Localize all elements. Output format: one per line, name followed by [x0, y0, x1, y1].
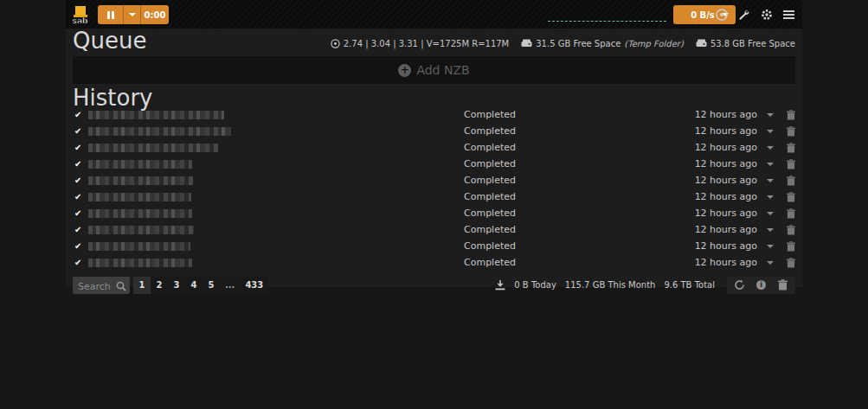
row-delete-button[interactable] [783, 225, 795, 235]
trash-icon [787, 258, 795, 268]
job-name-redacted [88, 226, 464, 234]
pause-timer[interactable]: 0:00 [141, 5, 169, 24]
status-button[interactable] [737, 8, 750, 21]
chevron-down-icon [767, 245, 774, 248]
row-delete-button[interactable] [783, 110, 795, 120]
info-circle-icon: i [756, 280, 766, 290]
history-row[interactable]: ✔Completed12 hours ago [66, 254, 802, 271]
history-row[interactable]: ✔Completed12 hours ago [66, 123, 802, 139]
history-actions: i [727, 277, 795, 294]
job-name-redacted [88, 259, 464, 267]
trash-icon [787, 110, 795, 120]
pause-button[interactable] [98, 5, 124, 24]
settings-button[interactable] [760, 8, 773, 21]
sabnzbd-logo[interactable]: sab [69, 4, 90, 25]
complete-free-space: 53.8 GB Free Space [696, 39, 795, 48]
row-delete-button[interactable] [783, 192, 795, 202]
row-dropdown-button[interactable] [757, 212, 783, 215]
plus-circle-icon [716, 9, 728, 21]
stat-today: 0 B Today [514, 280, 556, 290]
history-row[interactable]: ✔Completed12 hours ago [66, 106, 802, 123]
row-delete-button[interactable] [783, 143, 795, 153]
history-row[interactable]: ✔Completed12 hours ago [66, 156, 802, 172]
svg-text:sab: sab [73, 16, 88, 25]
row-delete-button[interactable] [783, 126, 795, 137]
page-button-3[interactable]: 3 [168, 277, 185, 294]
trash-icon [787, 192, 795, 202]
check-icon: ✔ [74, 127, 88, 136]
job-time: 12 hours ago [675, 240, 757, 252]
history-search [73, 277, 130, 294]
speed-graph-line [548, 21, 666, 22]
add-nzb-dropzone[interactable]: + Add NZB [73, 56, 795, 84]
history-row[interactable]: ✔Completed12 hours ago [66, 205, 802, 221]
pause-control-group: 0:00 [98, 5, 169, 24]
row-dropdown-button[interactable] [757, 245, 783, 248]
job-status: Completed [464, 208, 675, 219]
chevron-down-icon [767, 195, 774, 199]
job-time: 12 hours ago [675, 175, 757, 186]
job-status: Completed [464, 125, 675, 137]
row-dropdown-button[interactable] [757, 146, 783, 150]
history-row[interactable]: ✔Completed12 hours ago [66, 139, 802, 156]
stats-bar: 2.74 | 3.04 | 3.31 | V=1725M R=117M 31.5… [331, 39, 795, 48]
menu-button[interactable] [782, 8, 795, 21]
trash-icon [787, 208, 795, 219]
trash-icon [787, 143, 795, 153]
sab-hat-icon: sab [69, 4, 90, 25]
row-delete-button[interactable] [783, 258, 795, 268]
page-button-1[interactable]: 1 [133, 277, 151, 294]
row-dropdown-button[interactable] [757, 261, 783, 265]
row-delete-button[interactable] [783, 208, 795, 219]
job-name-redacted [88, 176, 464, 185]
history-row[interactable]: ✔Completed12 hours ago [66, 189, 802, 205]
chevron-down-icon [767, 146, 774, 150]
job-status: Completed [464, 158, 675, 169]
search-icon[interactable] [115, 279, 127, 296]
refresh-button[interactable] [734, 279, 745, 291]
temp-free-note: (Temp Folder) [624, 39, 684, 48]
hdd-icon [696, 39, 707, 48]
failed-info-button[interactable]: i [755, 279, 767, 291]
hdd-icon [521, 39, 532, 48]
purge-history-button[interactable] [777, 279, 788, 291]
page-ellipsis: ... [220, 277, 240, 294]
job-name-redacted [88, 160, 464, 169]
page-button-2[interactable]: 2 [151, 277, 168, 294]
page-button-4[interactable]: 4 [185, 277, 203, 294]
job-time: 12 hours ago [675, 191, 757, 202]
history-row[interactable]: ✔Completed12 hours ago [66, 172, 802, 189]
chevron-down-icon [767, 261, 774, 265]
row-dropdown-button[interactable] [757, 179, 783, 182]
row-delete-button[interactable] [783, 241, 795, 252]
chevron-down-icon [767, 228, 774, 232]
add-nzb-button-top[interactable] [715, 8, 728, 21]
refresh-icon [734, 279, 745, 291]
stat-month: 115.7 GB This Month [565, 280, 656, 290]
add-nzb-label: Add NZB [416, 63, 469, 77]
row-dropdown-button[interactable] [757, 195, 783, 199]
check-icon: ✔ [74, 176, 88, 185]
trash-icon [778, 279, 788, 291]
history-list: ✔Completed12 hours ago✔Completed12 hours… [66, 106, 802, 271]
history-row[interactable]: ✔Completed12 hours ago [66, 238, 802, 254]
chevron-down-icon [767, 113, 774, 117]
row-dropdown-button[interactable] [757, 130, 783, 133]
history-row[interactable]: ✔Completed12 hours ago [66, 221, 802, 238]
chevron-down-icon [767, 130, 774, 133]
check-icon: ✔ [74, 259, 88, 267]
row-dropdown-button[interactable] [757, 113, 783, 117]
row-delete-button[interactable] [783, 176, 795, 186]
job-name-redacted [88, 193, 464, 201]
pause-dropdown-button[interactable] [124, 5, 141, 24]
download-icon [495, 280, 505, 291]
row-delete-button[interactable] [783, 159, 795, 169]
chevron-down-icon [129, 13, 136, 16]
job-status: Completed [464, 224, 675, 235]
page-button-5[interactable]: 5 [203, 277, 220, 294]
check-icon: ✔ [74, 226, 88, 234]
job-status: Completed [464, 109, 675, 120]
page-button-433[interactable]: 433 [240, 277, 268, 294]
row-dropdown-button[interactable] [757, 228, 783, 232]
row-dropdown-button[interactable] [757, 163, 783, 166]
